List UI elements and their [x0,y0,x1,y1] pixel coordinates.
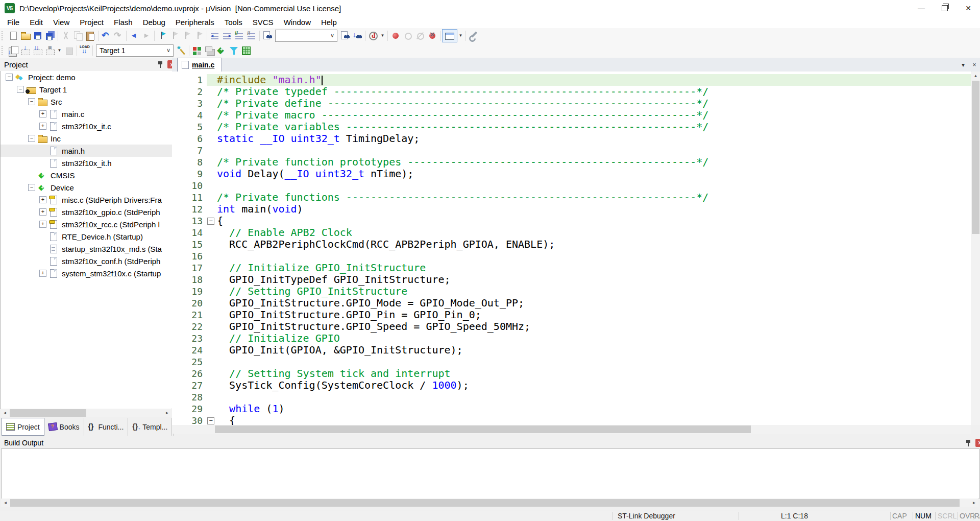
build-icon[interactable] [19,44,32,57]
code-line-8[interactable]: 8/* Private function prototypes --------… [172,156,971,168]
open-file-icon[interactable] [19,30,32,42]
panel-tab-templ[interactable]: Templ... [128,418,172,436]
tree-item-main.h[interactable]: main.h [1,145,172,157]
save-icon[interactable] [32,30,44,42]
expand-icon[interactable]: + [39,110,46,117]
tree-item-stm32f10x_it.h[interactable]: stm32f10x_it.h [1,157,172,169]
code-line-3[interactable]: 3/* Private define ---------------------… [172,98,971,109]
menu-help[interactable]: Help [316,17,342,28]
tree-item-Project[interactable]: −Project: demo [1,71,172,83]
navigate-back-icon[interactable] [128,30,140,42]
code-line-22[interactable]: 22 GPIO_InitStructure.GPIO_Speed = GPIO_… [172,321,971,333]
build-output-content[interactable] [1,448,979,499]
editor-tab-main-c[interactable]: main.c [177,58,222,72]
pack-update-icon[interactable] [215,44,228,57]
paste-icon[interactable] [84,30,96,42]
undo-icon[interactable] [100,30,112,42]
restore-button[interactable] [933,0,957,16]
code-line-23[interactable]: 23 // Initialize GPIO [172,333,971,344]
insert-breakpoint-icon[interactable] [389,30,402,42]
tree-item-system_stm32f10x.c[interactable]: +system_stm32f10x.c (Startup [1,267,172,279]
batch-build-icon[interactable] [44,44,56,57]
tree-item-Target[interactable]: −Target 1 [1,83,172,96]
debug-windows-icon[interactable] [442,29,457,42]
indent-icon[interactable] [221,30,233,42]
tree-item-stm32f10x_it.c[interactable]: +stm32f10x_it.c [1,120,172,132]
tree-item-Device[interactable]: −Device [1,181,172,194]
expand-icon[interactable]: + [39,208,46,216]
menu-edit[interactable]: Edit [24,17,48,28]
expand-icon[interactable]: + [39,123,46,130]
collapse-icon[interactable]: − [17,86,24,93]
editor-hscrollbar[interactable] [172,425,971,434]
toggle-bookmark-icon[interactable] [156,30,168,42]
code-line-17[interactable]: 17 // Initialize GPIO_InitStructure [172,262,971,274]
scroll-thumb[interactable] [10,409,86,417]
menu-flash[interactable]: Flash [109,17,138,28]
code-line-12[interactable]: 12int main(void) [172,203,971,215]
file-filter-icon[interactable] [228,44,240,57]
panel-tab-functi[interactable]: Functi... [84,418,129,436]
tree-item-CMSIS[interactable]: CMSIS [1,169,172,181]
code-line-27[interactable]: 27 SysTick_Config(SystemCoreClock / 1000… [172,380,971,391]
tree-item-stm32f10x_gpio.c[interactable]: +stm32f10x_gpio.c (StdPeriph [1,206,172,218]
download-flash-icon[interactable] [79,44,91,57]
kill-all-breakpoints-icon[interactable] [426,30,438,42]
project-tree-hscrollbar[interactable]: ◄ ► [1,409,172,417]
code-line-13[interactable]: 13−{ [172,215,971,227]
code-line-16[interactable]: 16 [172,250,971,262]
menu-tools[interactable]: Tools [219,17,248,28]
rebuild-all-icon[interactable] [32,44,44,57]
code-line-20[interactable]: 20 GPIO_InitStructure.GPIO_Mode = GPIO_M… [172,297,971,309]
code-line-26[interactable]: 26 // Setting System tick and interrupt [172,368,971,380]
configure-tools-icon[interactable] [468,30,480,42]
tree-item-stm32f10x_rcc.c[interactable]: +stm32f10x_rcc.c (StdPeriph l [1,218,172,230]
dropdown-arrow-icon[interactable]: ▼ [379,30,386,42]
scroll-right-icon[interactable]: ► [163,409,172,417]
minimize-button[interactable]: — [910,0,933,16]
code-line-19[interactable]: 19 // Setting GPIO_InitStructure [172,286,971,297]
menu-peripherals[interactable]: Peripherals [170,17,219,28]
pack-installer-icon[interactable] [240,44,252,57]
code-line-2[interactable]: 2/* Private typedef --------------------… [172,86,971,98]
code-line-29[interactable]: 29 while (1) [172,403,971,415]
options-for-target-icon[interactable] [175,44,187,57]
code-line-21[interactable]: 21 GPIO_InitStructure.GPIO_Pin = GPIO_Pi… [172,309,971,321]
translate-file-icon[interactable] [7,44,19,57]
code-line-5[interactable]: 5/* Private variables ------------------… [172,121,971,133]
fold-collapse-icon[interactable]: − [207,218,214,225]
tree-item-stm32f10x_conf.h[interactable]: stm32f10x_conf.h (StdPeriph [1,255,172,267]
collapse-icon[interactable]: − [6,74,13,81]
incremental-find-icon[interactable] [351,30,363,42]
code-line-1[interactable]: 1#include "main.h" [172,74,971,86]
code-line-18[interactable]: 18 GPIO_InitTypeDef GPIO_InitStructure; [172,274,971,286]
scroll-thumb[interactable] [972,81,979,234]
tree-item-startup_stm32f10x_md.s[interactable]: startup_stm32f10x_md.s (Sta [1,243,172,255]
build-output-hscrollbar[interactable]: ◄ ► [1,499,978,507]
code-line-11[interactable]: 11/* Private functions -----------------… [172,192,971,203]
tree-item-main.c[interactable]: +main.c [1,108,172,120]
scroll-thumb[interactable] [215,425,751,433]
menu-file[interactable]: File [2,17,24,28]
collapse-icon[interactable]: − [28,98,35,105]
menu-project[interactable]: Project [75,17,109,28]
editor-vscrollbar[interactable]: ▲ [971,72,980,425]
dropdown-arrow-icon[interactable]: ▼ [457,30,464,42]
panel-tab-books[interactable]: Books [44,418,84,436]
code-line-9[interactable]: 9void Delay(__IO uint32_t nTime); [172,168,971,180]
expand-icon[interactable]: + [39,270,46,277]
find-text-combobox[interactable]: ∨ [275,30,337,42]
chevron-down-icon[interactable]: ∨ [328,31,337,41]
tree-item-Inc[interactable]: −Inc [1,132,172,145]
chevron-down-icon[interactable]: ∨ [164,45,173,56]
code-line-15[interactable]: 15 RCC_APB2PeriphClockCmd(RCC_APB2Periph… [172,239,971,250]
panel-tab-project[interactable]: Project [2,418,44,436]
fold-collapse-icon[interactable]: − [207,417,214,424]
toolbar-grip[interactable] [2,46,5,55]
build-output-close-icon[interactable]: x [975,439,980,447]
tree-item-misc.c[interactable]: +misc.c (StdPeriph Drivers:Fra [1,194,172,206]
uncomment-icon[interactable] [246,30,258,42]
lookup-symbol-icon[interactable] [367,30,379,42]
pin-icon[interactable] [964,439,972,447]
manage-rte-icon[interactable] [191,44,203,57]
